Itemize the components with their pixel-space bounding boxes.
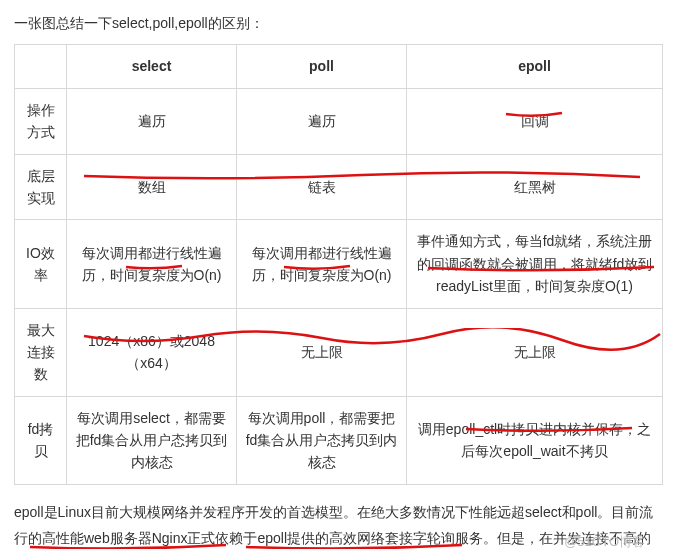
cell: 调用epoll_ctl时拷贝进内核并保存，之后每次epoll_wait不拷贝	[407, 396, 663, 484]
table-row: IO效率 每次调用都进行线性遍历，时间复杂度为O(n) 每次调用都进行线性遍历，…	[15, 220, 663, 308]
cell: 红黑树	[407, 154, 663, 220]
table-row: fd拷贝 每次调用select，都需要把fd集合从用户态拷贝到内核态 每次调用p…	[15, 396, 663, 484]
summary-paragraph: epoll是Linux目前大规模网络并发程序开发的首选模型。在绝大多数情况下性能…	[14, 499, 663, 549]
header-blank	[15, 45, 67, 88]
comparison-table: select poll epoll 操作方式 遍历 遍历 回调 底层实现 数组 …	[14, 44, 663, 484]
row-label: 操作方式	[15, 88, 67, 154]
cell: 无上限	[237, 308, 407, 396]
cell: 每次调用都进行线性遍历，时间复杂度为O(n)	[67, 220, 237, 308]
cell: 遍历	[67, 88, 237, 154]
cell: 遍历	[237, 88, 407, 154]
header-epoll: epoll	[407, 45, 663, 88]
row-label: fd拷贝	[15, 396, 67, 484]
row-label: 最大连接数	[15, 308, 67, 396]
row-label: IO效率	[15, 220, 67, 308]
cell: 链表	[237, 154, 407, 220]
cell: 事件通知方式，每当fd就绪，系统注册的回调函数就会被调用，将就绪fd放到read…	[407, 220, 663, 308]
cell: 无上限	[407, 308, 663, 396]
table-row: 最大连接数 1024（x86）或2048（x64） 无上限 无上限	[15, 308, 663, 396]
cell: 每次调用poll，都需要把fd集合从用户态拷贝到内核态	[237, 396, 407, 484]
cell: 1024（x86）或2048（x64）	[67, 308, 237, 396]
table-header-row: select poll epoll	[15, 45, 663, 88]
table-row: 操作方式 遍历 遍历 回调	[15, 88, 663, 154]
header-select: select	[67, 45, 237, 88]
cell: 回调	[407, 88, 663, 154]
cell: 每次调用都进行线性遍历，时间复杂度为O(n)	[237, 220, 407, 308]
cell: 数组	[67, 154, 237, 220]
intro-text: 一张图总结一下select,poll,epoll的区别：	[14, 12, 663, 34]
row-label: 底层实现	[15, 154, 67, 220]
header-poll: poll	[237, 45, 407, 88]
table-row: 底层实现 数组 链表 红黑树	[15, 154, 663, 220]
cell: 每次调用select，都需要把fd集合从用户态拷贝到内核态	[67, 396, 237, 484]
